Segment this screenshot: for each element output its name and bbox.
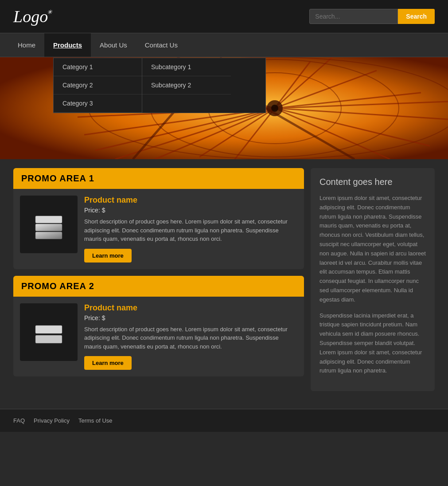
stack-icon-2 [29,312,69,352]
sidebar-title: Content goes here [319,177,426,187]
svg-rect-31 [35,325,62,333]
search-area: Search [309,9,435,24]
nav-item-home[interactable]: Home [9,33,44,57]
footer-privacy-link[interactable]: Privacy Policy [34,417,70,424]
svg-rect-30 [35,335,62,343]
dropdown-col1: Category 1 Category 2 Category 3 [54,58,142,113]
nav-link-contact[interactable]: Contact Us [136,33,187,57]
sidebar: Content goes here Lorem ipsum dolor sit … [311,168,435,391]
nav-link-products[interactable]: Products [44,33,91,57]
sidebar-para1: Lorem ipsum dolor sit amet, consectetur … [319,194,426,305]
footer-terms-link[interactable]: Terms of Use [78,417,113,424]
logo: Logo ✳ [13,7,48,26]
promo1-product-name: Product name [84,196,297,205]
promo2-title: PROMO AREA 2 [21,281,94,291]
dropdown-item-subcat1[interactable]: Subcategory 1 [142,58,231,76]
nav-item-about[interactable]: About Us [91,33,136,57]
dropdown-item-cat2[interactable]: Category 2 [54,76,142,94]
promo1-product-image [20,196,78,253]
search-input[interactable] [309,9,398,24]
promo2-desc: Short description of product goes here. … [84,325,297,351]
dropdown-menu: Category 1 Category 2 Category 3 Subcate… [53,58,266,113]
svg-rect-28 [35,224,62,231]
promo-area-2: PROMO AREA 2 Product name Price: $ Short… [13,276,304,377]
dropdown-item-cat3[interactable]: Category 3 [54,94,142,113]
dropdown-item-cat1[interactable]: Category 1 [54,58,142,76]
promo2-price: Price: $ [84,314,297,321]
logo-area: Logo ✳ [13,7,48,26]
promo-area-1: PROMO AREA 1 [13,168,304,269]
logo-star: ✳ [47,8,52,16]
nav-link-home[interactable]: Home [9,33,44,57]
promo1-price: Price: $ [84,207,297,214]
dropdown-col2: Subcategory 1 Subcategory 2 [142,58,231,113]
promo1-body: Product name Price: $ Short description … [13,189,304,269]
promo1-learn-more-button[interactable]: Learn more [84,249,132,263]
footer: FAQ Privacy Policy Terms of Use [0,409,448,432]
dropdown-item-subcat2[interactable]: Subcategory 2 [142,76,231,94]
header: Logo ✳ Search [0,0,448,33]
svg-rect-27 [35,232,62,239]
promo2-body: Product name Price: $ Short description … [13,297,304,377]
main-content: PROMO AREA 1 [0,159,448,400]
logo-label: Logo [13,7,48,26]
stack-icon [29,204,69,244]
footer-faq-link[interactable]: FAQ [13,417,25,424]
promo1-desc: Short description of product goes here. … [84,217,297,243]
svg-rect-29 [35,216,62,223]
promo2-product-info: Product name Price: $ Short description … [84,303,297,370]
promo2-product-image [20,303,78,361]
promo1-product-info: Product name Price: $ Short description … [84,196,297,263]
promo2-header: PROMO AREA 2 [13,276,304,297]
promo1-header: PROMO AREA 1 [13,168,304,189]
nav-item-products[interactable]: Products [44,33,91,57]
nav: Home Products About Us Contact Us Catego… [0,33,448,57]
search-button[interactable]: Search [398,9,435,24]
left-column: PROMO AREA 1 [13,168,304,391]
nav-item-contact[interactable]: Contact Us [136,33,187,57]
sidebar-para2: Suspendisse lacinia imperdiet erat, a tr… [319,311,426,376]
nav-link-about[interactable]: About Us [91,33,136,57]
promo1-title: PROMO AREA 1 [21,173,94,183]
promo2-learn-more-button[interactable]: Learn more [84,356,132,370]
promo2-product-name: Product name [84,303,297,313]
footer-links: FAQ Privacy Policy Terms of Use [13,417,435,424]
